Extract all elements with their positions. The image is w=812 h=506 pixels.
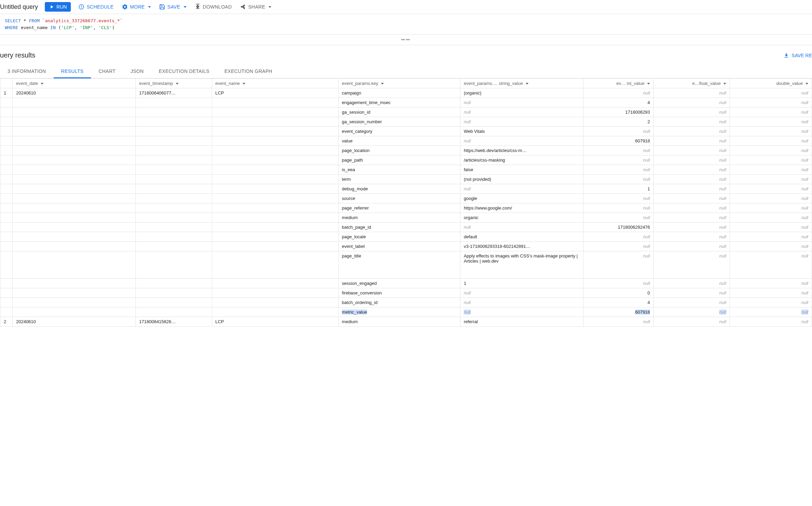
table-row[interactable]: ga_session_numbernull2nullnull xyxy=(0,117,812,127)
table-row[interactable]: valuenull607918nullnull xyxy=(0,136,812,146)
cell: null xyxy=(583,175,654,184)
cell xyxy=(0,165,13,175)
share-button[interactable]: SHARE xyxy=(239,2,272,11)
chevron-down-icon xyxy=(243,83,245,85)
cell xyxy=(212,307,338,317)
tab-execution-graph[interactable]: EXECUTION GRAPH xyxy=(217,65,280,78)
table-row[interactable]: debug_modenull1nullnull xyxy=(0,184,812,194)
column-header[interactable]: e…float_value xyxy=(654,79,730,88)
results-tabs: 3 INFORMATIONRESULTSCHARTJSONEXECUTION D… xyxy=(0,65,812,78)
cell: 607918 xyxy=(583,136,654,146)
cell: session_engaged xyxy=(338,279,460,288)
cell: 1718006293 xyxy=(583,107,654,117)
resize-handle[interactable]: ━━ xyxy=(0,35,812,45)
cell xyxy=(12,127,135,136)
cell: engagement_time_msec xyxy=(338,98,460,107)
column-label: e…float_value xyxy=(692,81,721,86)
table-row[interactable]: mediumorganicnullnullnull xyxy=(0,213,812,223)
cell: null xyxy=(460,117,583,127)
cell: LCP xyxy=(212,317,338,327)
table-row[interactable]: 1202406101718006406077…LCPcampaign(organ… xyxy=(0,88,812,98)
table-row[interactable]: metric_valuenull607918nullnull xyxy=(0,307,812,317)
cell: null xyxy=(460,136,583,146)
table-row[interactable]: 2202406101718006415826…LCPmediumreferral… xyxy=(0,317,812,327)
column-header[interactable] xyxy=(0,79,13,88)
cell: 20240610 xyxy=(12,88,135,98)
cell xyxy=(135,107,212,117)
column-header[interactable]: event_name xyxy=(212,79,338,88)
cell: metric_value xyxy=(338,307,460,317)
tab-chart[interactable]: CHART xyxy=(91,65,123,78)
cell: google xyxy=(460,194,583,203)
table-row[interactable]: page_locationhttps://web.dev/articles/cs… xyxy=(0,146,812,155)
chevron-down-icon xyxy=(723,83,726,85)
cell xyxy=(135,136,212,146)
table-row[interactable]: event_categoryWeb Vitalsnullnullnull xyxy=(0,127,812,136)
table-row[interactable]: is_eeafalsenullnullnull xyxy=(0,165,812,175)
cell xyxy=(212,279,338,288)
cell xyxy=(0,223,13,232)
column-header[interactable]: event_params.… string_value xyxy=(460,79,583,88)
tab-json[interactable]: JSON xyxy=(123,65,152,78)
cell: null xyxy=(654,298,730,307)
cell xyxy=(12,213,135,223)
cell: null xyxy=(583,203,654,213)
tab-results[interactable]: RESULTS xyxy=(54,65,91,78)
results-grid-wrap[interactable]: event_dateevent_timestampevent_nameevent… xyxy=(0,78,812,327)
table-row[interactable]: event_labelv3-1718006293318-602142891…nu… xyxy=(0,242,812,251)
cell: null xyxy=(583,194,654,203)
table-row[interactable]: page_path/articles/css-maskingnullnullnu… xyxy=(0,155,812,165)
cell: Apply effects to images with CSS's mask-… xyxy=(460,251,583,279)
cell xyxy=(212,146,338,155)
tab-execution-details[interactable]: EXECUTION DETAILS xyxy=(151,65,217,78)
save-results-button[interactable]: SAVE RE xyxy=(783,52,812,59)
cell: null xyxy=(654,242,730,251)
table-row[interactable]: sourcegooglenullnullnull xyxy=(0,194,812,203)
cell: /articles/css-masking xyxy=(460,155,583,165)
query-title[interactable]: Untitled query xyxy=(0,3,38,11)
save-button[interactable]: SAVE xyxy=(158,2,187,11)
download-label: DOWNLOAD xyxy=(203,4,232,10)
cell xyxy=(0,127,13,136)
clock-icon xyxy=(78,4,84,10)
cell xyxy=(12,165,135,175)
cell: 0 xyxy=(583,288,654,298)
table-row[interactable]: term(not provided)nullnullnull xyxy=(0,175,812,184)
cell: null xyxy=(460,184,583,194)
cell: null xyxy=(730,117,812,127)
column-header[interactable]: event_timestamp xyxy=(135,79,212,88)
table-row[interactable]: page_titleApply effects to images with C… xyxy=(0,251,812,279)
column-header[interactable]: ev… int_value xyxy=(583,79,654,88)
sql-editor[interactable]: SELECT * FROM `analytics_337268677.event… xyxy=(0,14,812,35)
cell: batch_page_id xyxy=(338,223,460,232)
tab-3-information[interactable]: 3 INFORMATION xyxy=(0,65,54,78)
table-row[interactable]: engagement_time_msecnull4nullnull xyxy=(0,98,812,107)
results-header: uery results SAVE RE xyxy=(0,45,812,61)
cell: null xyxy=(730,203,812,213)
cell: null xyxy=(654,213,730,223)
cell xyxy=(212,232,338,242)
column-label: double_value xyxy=(776,81,803,86)
cell xyxy=(12,307,135,317)
column-header[interactable]: event_date xyxy=(12,79,135,88)
table-row[interactable]: session_engaged1nullnullnull xyxy=(0,279,812,288)
cell xyxy=(0,136,13,146)
schedule-button[interactable]: SCHEDULE xyxy=(78,2,114,11)
cell: null xyxy=(730,136,812,146)
cell xyxy=(212,155,338,165)
table-row[interactable]: firebase_conversionnull0nullnull xyxy=(0,288,812,298)
cell: firebase_conversion xyxy=(338,288,460,298)
download-button[interactable]: DOWNLOAD xyxy=(194,2,233,11)
cell xyxy=(0,175,13,184)
table-row[interactable]: ga_session_idnull1718006293nullnull xyxy=(0,107,812,117)
table-row[interactable]: batch_ordering_idnull4nullnull xyxy=(0,298,812,307)
table-row[interactable]: batch_page_idnull1718006292476nullnull xyxy=(0,223,812,232)
cell: null xyxy=(460,98,583,107)
more-button[interactable]: MORE xyxy=(121,2,152,11)
cell: null xyxy=(730,232,812,242)
column-header[interactable]: event_params.key xyxy=(338,79,460,88)
table-row[interactable]: page_localedefaultnullnullnull xyxy=(0,232,812,242)
table-row[interactable]: page_referrerhttps://www.google.com/null… xyxy=(0,203,812,213)
run-button[interactable]: RUN xyxy=(45,2,71,12)
column-header[interactable]: double_value xyxy=(730,79,812,88)
